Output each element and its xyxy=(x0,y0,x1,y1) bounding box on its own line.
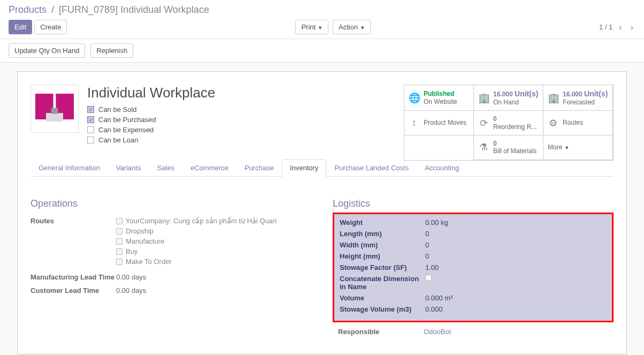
update-qty-button[interactable]: Update Qty On Hand xyxy=(9,43,85,58)
tab-ecommerce[interactable]: eCommerce xyxy=(182,159,236,176)
stat-more[interactable]: More▼ xyxy=(543,135,613,160)
edit-button[interactable]: Edit xyxy=(9,20,32,34)
next-button[interactable]: › xyxy=(628,20,635,34)
tab-landed[interactable]: Purchase Landed Costs xyxy=(326,159,417,176)
route-checkbox[interactable] xyxy=(116,238,122,245)
logistics-highlight: Weight0.00 kg Length (mm)0 Width (mm)0 H… xyxy=(333,213,614,322)
prev-button[interactable]: ‹ xyxy=(617,20,624,34)
breadcrumb-root[interactable]: Products xyxy=(9,4,47,15)
route-checkbox[interactable] xyxy=(116,218,122,224)
stat-buttons: 🌐 PublishedOn Website 🏢 16.000 Unit(s)On… xyxy=(404,85,614,161)
tab-general[interactable]: General Information xyxy=(30,159,108,176)
logistics-title: Logistics xyxy=(333,198,614,209)
mfg-lead-value: 0.00 days xyxy=(116,273,146,281)
svg-rect-2 xyxy=(46,113,63,122)
tab-accounting[interactable]: Accounting xyxy=(417,159,467,176)
svg-rect-3 xyxy=(51,108,58,114)
flask-icon: ⚗ xyxy=(478,141,489,153)
create-button[interactable]: Create xyxy=(34,20,67,34)
route-checkbox[interactable] xyxy=(116,228,122,235)
arrows-icon: ↕ xyxy=(409,117,419,129)
product-image[interactable] xyxy=(30,85,79,133)
routes-list: YourCompany: Cung cấp sản phẩm từ Hải Qu… xyxy=(116,217,277,268)
action-button[interactable]: Action▼ xyxy=(333,20,371,34)
routes-label: Routes xyxy=(30,217,116,268)
stat-reordering[interactable]: ⟳ 0Reordering R... xyxy=(473,110,543,135)
replenish-button[interactable]: Replenish xyxy=(90,43,133,58)
building-icon: 🏢 xyxy=(548,92,558,104)
tabs: General Information Variants Sales eComm… xyxy=(30,159,614,177)
stat-bom[interactable]: ⚗ 0Bill of Materials xyxy=(473,135,543,160)
concat-checkbox[interactable] xyxy=(425,275,432,281)
operations-title: Operations xyxy=(30,198,311,209)
responsible-value[interactable]: OdooBot xyxy=(424,328,451,336)
stat-routes[interactable]: ⚙ Routes xyxy=(543,110,613,135)
can-be-purchased-checkbox[interactable] xyxy=(87,116,94,123)
tab-purchase[interactable]: Purchase xyxy=(236,159,282,176)
can-be-sold-checkbox[interactable] xyxy=(87,106,94,113)
stat-on-hand[interactable]: 🏢 16.000 Unit(s)On Hand xyxy=(473,85,543,111)
building-icon: 🏢 xyxy=(478,92,489,104)
can-be-loan-checkbox[interactable] xyxy=(87,137,94,143)
route-checkbox[interactable] xyxy=(116,248,122,255)
cust-lead-value: 0.00 days xyxy=(116,286,146,294)
stat-forecasted[interactable]: 🏢 16.000 Unit(s)Forecasted xyxy=(543,85,613,111)
product-name: Individual Workplace xyxy=(87,85,215,101)
cogs-icon: ⚙ xyxy=(548,117,558,129)
refresh-icon: ⟳ xyxy=(478,117,489,129)
route-checkbox[interactable] xyxy=(116,259,122,265)
can-be-expensed-checkbox[interactable] xyxy=(87,126,94,133)
breadcrumb-current: [FURN_0789] Individual Workplace xyxy=(59,4,209,15)
print-button[interactable]: Print▼ xyxy=(295,20,328,34)
responsible-label: Responsible xyxy=(338,328,424,336)
stat-product-moves[interactable]: ↕ Product Moves xyxy=(404,110,474,135)
globe-icon: 🌐 xyxy=(409,92,419,104)
tab-sales[interactable]: Sales xyxy=(149,159,183,176)
cust-lead-label: Customer Lead Time xyxy=(30,286,116,294)
tab-variants[interactable]: Variants xyxy=(108,159,149,176)
breadcrumb: Products / [FURN_0789] Individual Workpl… xyxy=(9,4,635,16)
pager: 1 / 1 xyxy=(599,23,612,31)
mfg-lead-label: Manufacturing Lead Time xyxy=(30,273,116,281)
tab-inventory[interactable]: Inventory xyxy=(282,159,326,177)
stat-published[interactable]: 🌐 PublishedOn Website xyxy=(404,85,474,111)
